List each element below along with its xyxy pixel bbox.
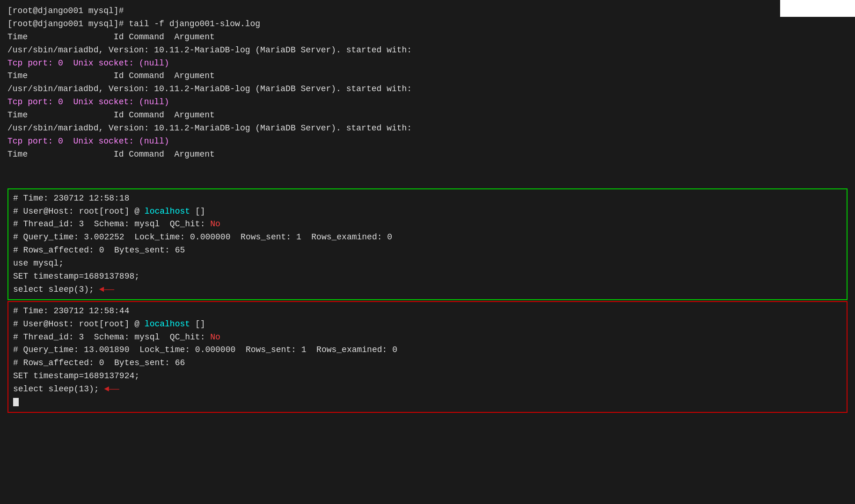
red-arrow: ◄—— xyxy=(104,384,119,394)
prompt-line-1: [root@django001 mysql]# xyxy=(7,5,848,18)
argument-label-3: Argument xyxy=(175,110,215,120)
tcp-line-2: Tcp port: 0 Unix socket: (null) xyxy=(7,96,848,109)
header-line-4: Time Id Command Argument xyxy=(7,148,848,161)
red-rows-line: # Rows_affected: 0 Bytes_sent: 66 xyxy=(13,357,842,370)
green-use-line: use mysql; xyxy=(13,257,842,270)
tcp-line-3: Tcp port: 0 Unix socket: (null) xyxy=(7,135,848,148)
header-line-2: Time Id Command Argument xyxy=(7,70,848,83)
time-label-3: Time xyxy=(7,110,28,120)
green-user-suffix: [] xyxy=(190,207,205,216)
red-thread-prefix: # Thread_id: 3 Schema: mysql QC_hit: xyxy=(13,332,210,342)
green-select-line: select sleep(3); ◄—— xyxy=(13,283,842,296)
time-label-2: Time xyxy=(7,71,28,80)
red-set-line: SET timestamp=1689137924; xyxy=(13,370,842,383)
id-command-label-2: Id Command xyxy=(114,71,164,80)
red-qc-no: No xyxy=(210,332,220,342)
green-thread-line: # Thread_id: 3 Schema: mysql QC_hit: No xyxy=(13,218,842,231)
green-thread-prefix: # Thread_id: 3 Schema: mysql QC_hit: xyxy=(13,219,210,229)
green-user-prefix: # User@Host: root[root] @ xyxy=(13,207,145,216)
path-line-1: /usr/sbin/mariadbd, Version: 10.11.2-Mar… xyxy=(7,44,848,57)
red-select-text: select sleep(13); xyxy=(13,384,99,394)
red-user-suffix: [] xyxy=(190,319,205,329)
terminal-cursor xyxy=(13,398,19,406)
cursor-line xyxy=(13,396,842,409)
tcp-line-1: Tcp port: 0 Unix socket: (null) xyxy=(7,57,848,70)
red-select-line: select sleep(13); ◄—— xyxy=(13,383,842,396)
white-box-decoration xyxy=(780,0,855,17)
path-line-3: /usr/sbin/mariadbd, Version: 10.11.2-Mar… xyxy=(7,122,848,135)
argument-label-4: Argument xyxy=(175,150,215,159)
green-rows-line: # Rows_affected: 0 Bytes_sent: 65 xyxy=(13,244,842,257)
green-localhost: localhost xyxy=(145,207,190,216)
tail-command-line: [root@django001 mysql]# tail -f django00… xyxy=(7,18,848,31)
red-localhost: localhost xyxy=(145,319,190,329)
red-query-time-line: # Query_time: 13.001890 Lock_time: 0.000… xyxy=(13,344,842,357)
id-command-label-3: Id Command xyxy=(114,110,164,120)
terminal-window: [root@django001 mysql]# [root@django001 … xyxy=(0,0,855,504)
header-line-3: Time Id Command Argument xyxy=(7,109,848,122)
green-time-line: # Time: 230712 12:58:18 xyxy=(13,192,842,205)
red-query-block: # Time: 230712 12:58:44 # User@Host: roo… xyxy=(7,301,848,413)
path-line-2: /usr/sbin/mariadbd, Version: 10.11.2-Mar… xyxy=(7,83,848,96)
argument-label-2: Argument xyxy=(175,71,215,80)
time-label-4: Time xyxy=(7,150,28,159)
green-select-text: select sleep(3); xyxy=(13,285,94,294)
green-arrow: ◄—— xyxy=(99,285,114,294)
argument-label-1: Argument xyxy=(175,32,215,42)
red-user-line: # User@Host: root[root] @ localhost [] xyxy=(13,318,842,331)
green-set-line: SET timestamp=1689137898; xyxy=(13,270,842,283)
spacer-1 xyxy=(7,161,848,174)
green-qc-no: No xyxy=(210,219,220,229)
header-line-1: Time Id Command Argument xyxy=(7,31,848,44)
spacer-2 xyxy=(7,174,848,187)
time-label-1: Time xyxy=(7,32,28,42)
id-command-label-4: Id Command xyxy=(114,150,164,159)
red-time-line: # Time: 230712 12:58:44 xyxy=(13,305,842,318)
red-thread-line: # Thread_id: 3 Schema: mysql QC_hit: No xyxy=(13,331,842,344)
green-user-line: # User@Host: root[root] @ localhost [] xyxy=(13,205,842,218)
red-user-prefix: # User@Host: root[root] @ xyxy=(13,319,145,329)
green-query-time-line: # Query_time: 3.002252 Lock_time: 0.0000… xyxy=(13,231,842,244)
id-command-label-1: Id Command xyxy=(114,32,164,42)
green-query-block: # Time: 230712 12:58:18 # User@Host: roo… xyxy=(7,188,848,300)
